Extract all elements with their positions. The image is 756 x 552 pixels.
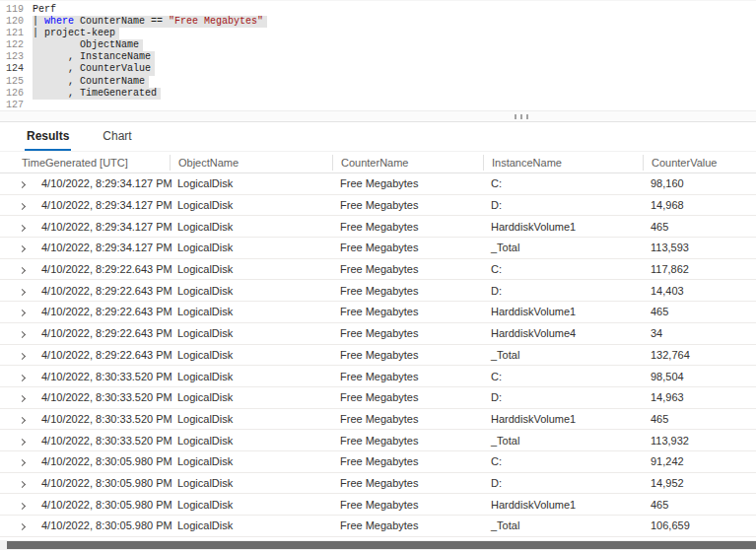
row-expand-chevron-icon[interactable] <box>0 285 39 297</box>
row-expand-chevron-icon[interactable] <box>0 263 39 275</box>
code-line: 126 , TimeGenerated <box>0 88 756 100</box>
cell-instancename: C: <box>483 263 643 275</box>
kql-query-editor[interactable]: 119 Perf 120 | where CounterName == "Fre… <box>0 0 756 110</box>
cell-objectname: LogicalDisk <box>170 455 332 467</box>
cell-timegenerated: 4/10/2022, 8:29:34.127 PM <box>39 242 170 253</box>
cell-instancename: HarddiskVolume1 <box>483 499 643 511</box>
row-expand-chevron-icon[interactable] <box>0 242 39 253</box>
cell-instancename: D: <box>483 391 643 403</box>
editor-results-splitter[interactable] <box>0 110 756 122</box>
code-line-text: , TimeGenerated <box>33 88 161 100</box>
tab-chart[interactable]: Chart <box>101 129 133 151</box>
cell-timegenerated: 4/10/2022, 8:30:05.980 PM <box>39 455 170 467</box>
table-row[interactable]: 4/10/2022, 8:29:22.643 PM LogicalDisk Fr… <box>0 280 756 302</box>
cell-instancename: _Total <box>483 519 643 531</box>
code-line-text: Perf <box>33 4 56 16</box>
code-line: 119 Perf <box>0 4 756 16</box>
row-expand-chevron-icon[interactable] <box>0 199 39 211</box>
results-table-header: TimeGenerated [UTC] ObjectName CounterNa… <box>0 152 756 173</box>
row-expand-chevron-icon[interactable] <box>0 413 39 425</box>
code-line: 121 | project-keep <box>0 28 756 39</box>
code-line-text: ObjectName <box>33 39 143 51</box>
table-row[interactable]: 4/10/2022, 8:29:34.127 PM LogicalDisk Fr… <box>0 173 756 195</box>
code-line: 127 <box>0 100 756 110</box>
cell-objectname: LogicalDisk <box>170 435 332 447</box>
column-header-timegenerated[interactable]: TimeGenerated [UTC] <box>0 155 170 171</box>
table-row[interactable]: 4/10/2022, 8:30:05.980 PM LogicalDisk Fr… <box>0 473 756 495</box>
table-row[interactable]: 4/10/2022, 8:29:34.127 PM LogicalDisk Fr… <box>0 238 756 259</box>
column-header-countername[interactable]: CounterName <box>332 155 483 171</box>
code-line-text: , CounterValue <box>33 63 155 75</box>
table-row[interactable]: 4/10/2022, 8:30:05.980 PM LogicalDisk Fr… <box>0 451 756 473</box>
cell-countervalue: 98,504 <box>643 371 756 382</box>
row-expand-chevron-icon[interactable] <box>0 519 39 531</box>
code-line: 120 | where CounterName == "Free Megabyt… <box>0 16 756 28</box>
tab-label: Results <box>27 129 69 143</box>
cell-objectname: LogicalDisk <box>170 263 332 275</box>
cell-timegenerated: 4/10/2022, 8:29:34.127 PM <box>39 177 170 189</box>
cell-objectname: LogicalDisk <box>170 242 332 253</box>
line-number: 126 <box>0 88 33 100</box>
cell-timegenerated: 4/10/2022, 8:30:33.520 PM <box>39 391 170 403</box>
cell-countername: Free Megabytes <box>332 499 483 511</box>
splitter-grip-icon[interactable] <box>515 114 528 119</box>
column-header-objectname[interactable]: ObjectName <box>170 155 332 171</box>
cell-countername: Free Megabytes <box>332 327 483 339</box>
cell-countervalue: 14,403 <box>643 285 756 297</box>
cell-countervalue: 14,963 <box>643 391 756 403</box>
cell-countervalue: 113,593 <box>643 242 756 253</box>
cell-instancename: HarddiskVolume1 <box>483 306 643 317</box>
row-expand-chevron-icon[interactable] <box>0 221 39 233</box>
row-expand-chevron-icon[interactable] <box>0 177 39 189</box>
results-table-body: 4/10/2022, 8:29:34.127 PM LogicalDisk Fr… <box>0 173 756 537</box>
cell-timegenerated: 4/10/2022, 8:30:05.980 PM <box>39 477 170 489</box>
cell-objectname: LogicalDisk <box>170 177 332 189</box>
table-row[interactable]: 4/10/2022, 8:30:05.980 PM LogicalDisk Fr… <box>0 494 756 516</box>
table-row[interactable]: 4/10/2022, 8:29:22.643 PM LogicalDisk Fr… <box>0 259 756 281</box>
cell-countervalue: 132,764 <box>643 349 756 361</box>
cell-instancename: HarddiskVolume1 <box>483 221 643 233</box>
scrollbar-track[interactable] <box>0 540 756 550</box>
cell-objectname: LogicalDisk <box>170 499 332 511</box>
row-expand-chevron-icon[interactable] <box>0 499 39 511</box>
row-expand-chevron-icon[interactable] <box>0 371 39 382</box>
table-row[interactable]: 4/10/2022, 8:30:33.520 PM LogicalDisk Fr… <box>0 430 756 451</box>
column-header-instancename[interactable]: InstanceName <box>483 155 643 171</box>
line-number: 121 <box>0 28 33 39</box>
table-row[interactable]: 4/10/2022, 8:29:22.643 PM LogicalDisk Fr… <box>0 323 756 345</box>
cell-instancename: _Total <box>483 242 643 253</box>
scrollbar-thumb[interactable] <box>7 541 756 549</box>
horizontal-scrollbar[interactable] <box>0 537 756 552</box>
table-row[interactable]: 4/10/2022, 8:29:22.643 PM LogicalDisk Fr… <box>0 345 756 367</box>
row-expand-chevron-icon[interactable] <box>0 306 39 317</box>
cell-instancename: _Total <box>483 435 643 447</box>
tab-results[interactable]: Results <box>25 129 71 151</box>
cell-instancename: C: <box>483 371 643 382</box>
row-expand-chevron-icon[interactable] <box>0 327 39 339</box>
table-row[interactable]: 4/10/2022, 8:29:34.127 PM LogicalDisk Fr… <box>0 195 756 217</box>
cell-countervalue: 465 <box>643 499 756 511</box>
cell-countervalue: 14,952 <box>643 477 756 489</box>
table-row[interactable]: 4/10/2022, 8:30:33.520 PM LogicalDisk Fr… <box>0 387 756 409</box>
row-expand-chevron-icon[interactable] <box>0 455 39 467</box>
cell-timegenerated: 4/10/2022, 8:29:22.643 PM <box>39 327 170 339</box>
table-row[interactable]: 4/10/2022, 8:30:33.520 PM LogicalDisk Fr… <box>0 409 756 431</box>
cell-countername: Free Megabytes <box>332 413 483 425</box>
cell-countervalue: 106,659 <box>643 519 756 531</box>
row-expand-chevron-icon[interactable] <box>0 349 39 361</box>
row-expand-chevron-icon[interactable] <box>0 477 39 489</box>
cell-timegenerated: 4/10/2022, 8:30:33.520 PM <box>39 371 170 382</box>
code-line: 124 , CounterValue <box>0 63 756 75</box>
table-row[interactable]: 4/10/2022, 8:30:33.520 PM LogicalDisk Fr… <box>0 366 756 387</box>
table-row[interactable]: 4/10/2022, 8:29:22.643 PM LogicalDisk Fr… <box>0 302 756 323</box>
cell-countervalue: 113,932 <box>643 435 756 447</box>
row-expand-chevron-icon[interactable] <box>0 435 39 447</box>
cell-objectname: LogicalDisk <box>170 391 332 403</box>
row-expand-chevron-icon[interactable] <box>0 391 39 403</box>
table-row[interactable]: 4/10/2022, 8:29:34.127 PM LogicalDisk Fr… <box>0 216 756 238</box>
tab-label: Chart <box>103 129 131 143</box>
cell-countername: Free Megabytes <box>332 349 483 361</box>
table-row[interactable]: 4/10/2022, 8:30:05.980 PM LogicalDisk Fr… <box>0 516 756 537</box>
code-line-text: , InstanceName <box>33 51 155 63</box>
column-header-countervalue[interactable]: CounterValue <box>643 155 756 171</box>
